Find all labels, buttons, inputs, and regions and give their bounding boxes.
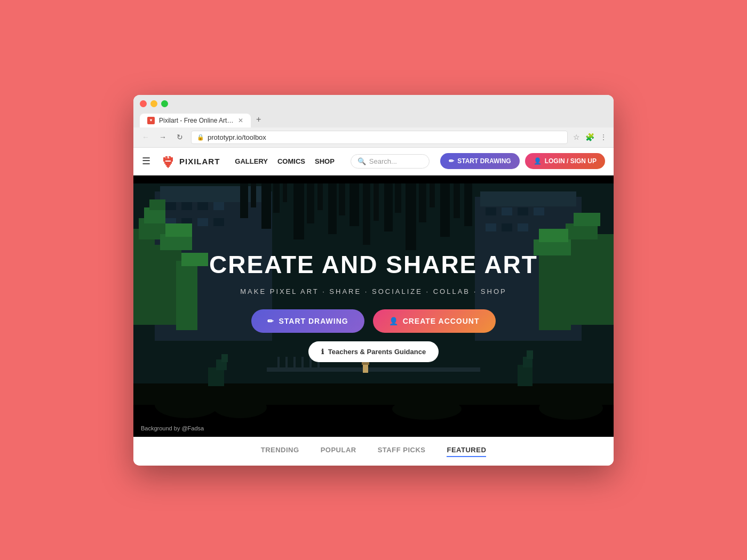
main-nav: GALLERY COMICS SHOP [235,157,334,165]
tab-trending[interactable]: TRENDING [261,446,299,457]
address-bar[interactable]: 🔒 prototypr.io/toolbox [191,131,568,144]
lock-icon: 🔒 [197,134,204,141]
hero-subtitle: MAKE PIXEL ART · SHARE · SOCIALIZE · COL… [240,287,506,295]
tab-close-icon[interactable]: ✕ [238,117,243,124]
tab-bar: ♥ Pixilart - Free Online Art Commu... ✕ … [140,111,607,127]
svg-rect-12 [169,157,170,158]
minimize-window-button[interactable] [150,100,157,107]
tab-featured[interactable]: FEATURED [447,446,486,457]
bookmark-icon[interactable]: ☆ [573,133,580,141]
hero-create-account-button[interactable]: 👤 CREATE ACCOUNT [373,309,496,333]
site-logo[interactable]: PIXILART [161,154,220,168]
svg-rect-6 [171,159,173,162]
tab-popular[interactable]: POPULAR [321,446,356,457]
hero-content: CREATE AND SHARE ART MAKE PIXEL ART · SH… [133,175,614,437]
user-account-icon: 👤 [389,317,399,325]
hero-section: CREATE AND SHARE ART MAKE PIXEL ART · SH… [133,175,614,437]
close-window-button[interactable] [140,100,147,107]
navbar-start-drawing-button[interactable]: ✏ START DRAWING [440,153,519,169]
nav-gallery[interactable]: GALLERY [235,157,268,165]
tab-title-text: Pixilart - Free Online Art Commu... [159,117,234,124]
back-button[interactable]: ← [140,133,152,141]
tab-favicon-icon: ♥ [147,117,155,124]
browser-chrome: ♥ Pixilart - Free Online Art Commu... ✕ … [133,95,614,127]
maximize-window-button[interactable] [161,100,168,107]
svg-rect-11 [165,157,166,158]
menu-icon[interactable]: ⋮ [600,133,607,141]
search-icon: 🔍 [357,157,366,165]
hero-start-drawing-button[interactable]: ✏ START DRAWING [251,309,364,333]
extension-icon[interactable]: 🧩 [585,133,594,141]
pencil-draw-icon: ✏ [267,317,274,325]
search-bar[interactable]: 🔍 Search... [351,154,430,169]
nav-comics[interactable]: COMICS [277,157,305,165]
reload-button[interactable]: ↻ [174,133,186,141]
info-circle-icon: ℹ [321,348,324,356]
site-content: ☰ PI [133,148,614,466]
browser-tab-active[interactable]: ♥ Pixilart - Free Online Art Commu... ✕ [140,114,251,127]
teachers-parents-guidance-button[interactable]: ℹ Teachers & Parents Guidance [308,341,439,362]
svg-rect-0 [163,157,165,159]
logo-icon [161,154,175,168]
hero-buttons: ✏ START DRAWING 👤 CREATE ACCOUNT [251,309,495,333]
svg-rect-8 [165,164,171,165]
address-bar-row: ← → ↻ 🔒 prototypr.io/toolbox ☆ 🧩 ⋮ [133,127,614,148]
site-navbar: ☰ PI [133,148,614,175]
forward-button[interactable]: → [157,133,169,141]
background-credit: Background by @Fadsa [141,425,204,431]
login-signup-button[interactable]: 👤 LOGIN / SIGN UP [525,153,605,169]
new-tab-button[interactable]: + [251,111,266,127]
hero-title: CREATE AND SHARE ART [209,250,538,279]
nav-shop[interactable]: SHOP [315,157,335,165]
content-tabs-bar: TRENDING POPULAR STAFF PICKS FEATURED [133,437,614,466]
url-text: prototypr.io/toolbox [208,133,266,141]
pencil-icon: ✏ [449,157,454,165]
svg-rect-10 [168,167,169,168]
tab-staff-picks[interactable]: STAFF PICKS [378,446,426,457]
svg-rect-3 [171,157,173,159]
svg-rect-7 [164,162,172,164]
browser-window: ♥ Pixilart - Free Online Art Commu... ✕ … [133,95,614,466]
search-placeholder: Search... [369,157,397,165]
browser-action-icons: ☆ 🧩 ⋮ [573,133,607,141]
svg-rect-5 [165,158,171,161]
traffic-lights [140,100,607,107]
user-icon: 👤 [534,157,542,165]
logo-text: PIXILART [179,157,220,166]
nav-actions: ✏ START DRAWING 👤 LOGIN / SIGN UP [440,153,605,169]
svg-rect-9 [166,165,170,167]
hamburger-menu-button[interactable]: ☰ [142,155,150,167]
svg-rect-4 [163,159,165,162]
